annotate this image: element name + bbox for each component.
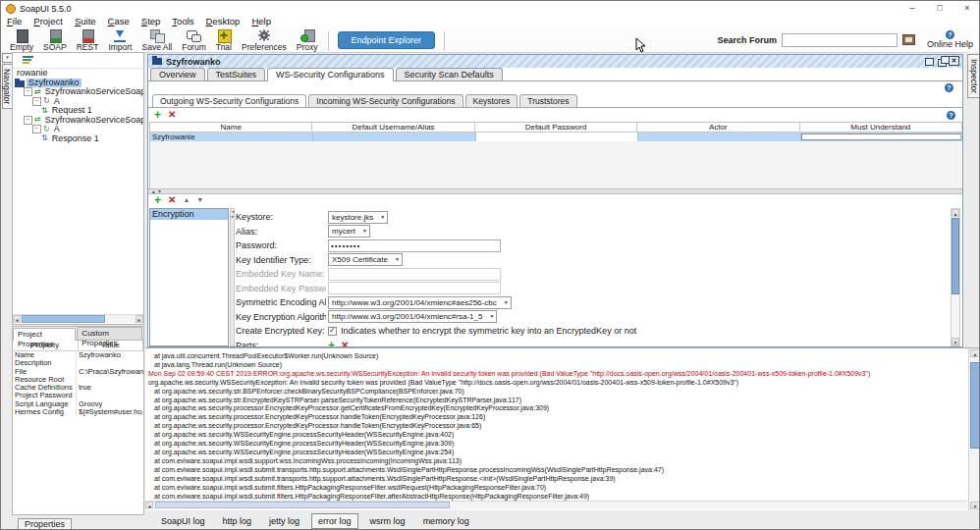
log-vertical-scrollbar[interactable]: ▲ ▼ <box>968 348 980 510</box>
splitter[interactable]: ▲▼ <box>148 188 962 194</box>
scrollbar-thumb[interactable] <box>155 502 450 508</box>
move-up-icon[interactable]: ▲ <box>183 195 190 205</box>
help-icon[interactable]: ? <box>945 83 953 92</box>
close-icon[interactable]: × <box>953 1 980 16</box>
minimize-icon[interactable]: – <box>898 1 926 16</box>
field-input-embedded-key-password[interactable] <box>328 282 501 294</box>
property-row-description[interactable]: Description <box>13 359 143 367</box>
toolbar-proxy-button[interactable]: Proxy <box>292 28 323 52</box>
subtab-keystores[interactable]: Keystores <box>465 94 518 107</box>
endpoint-explorer-button[interactable]: Endpoint Explorer <box>338 31 436 49</box>
menu-item-file[interactable]: File <box>1 16 27 27</box>
scroll-up-icon[interactable]: ▲ <box>952 209 959 217</box>
menu-item-project[interactable]: Project <box>27 16 69 27</box>
property-row-cache-definitions[interactable]: Cache Definitionstrue <box>13 384 143 392</box>
toolbar-import-button[interactable]: Import <box>103 28 136 52</box>
menu-item-tools[interactable]: Tools <box>166 16 199 27</box>
tree-expander-icon[interactable]: − <box>24 116 32 125</box>
subtab-incoming-ws-security-configurations[interactable]: Incoming WS-Security Configurations <box>308 94 463 107</box>
scrollbar-thumb[interactable] <box>22 315 105 323</box>
menu-item-suite[interactable]: Suite <box>69 16 102 27</box>
scroll-left-icon[interactable]: ◄ <box>145 502 153 508</box>
tree-expander-icon[interactable]: − <box>32 97 41 106</box>
subtab-truststores[interactable]: Truststores <box>519 94 576 107</box>
scroll-up-icon[interactable]: ▲ <box>970 349 980 357</box>
list-collapse-handle[interactable]: ◄► <box>230 208 235 346</box>
field-checkbox-create-encrypted-key[interactable] <box>328 327 337 336</box>
property-row-name[interactable]: NameSzyfrowanko <box>13 351 143 359</box>
toolbar-rest-button[interactable]: REST <box>72 28 104 52</box>
log-tab-jetty-log[interactable]: jetty log <box>263 514 305 528</box>
toolbar-forum-button[interactable]: Forum <box>177 28 211 52</box>
scroll-down-icon[interactable]: ▼ <box>952 338 959 345</box>
field-select-alias[interactable]: mycert <box>328 225 370 238</box>
field-input-embedded-key-name[interactable] <box>328 268 501 281</box>
remove-entry-icon[interactable]: ✕ <box>168 195 176 205</box>
tree-item-szyfrowankoservicesoapbinding-mocks[interactable]: −⇄SzyfrowankoServiceSoapBinding MockS <box>13 116 143 126</box>
frame-close-icon[interactable]: ✕ <box>949 56 959 66</box>
toolbar-save-all-button[interactable]: Save All <box>136 28 177 52</box>
scroll-down-icon[interactable]: ▼ <box>970 502 980 509</box>
log-tab-wsrm-log[interactable]: wsrm log <box>364 514 411 528</box>
menu-item-case[interactable]: Case <box>102 16 136 27</box>
log-tab-http-log[interactable]: http log <box>217 514 258 528</box>
tree-horizontal-scrollbar[interactable]: ◄ ► <box>13 314 143 323</box>
field-select-key-encryption-algorithm[interactable]: http://www.w3.org/2001/04/xmlenc#rsa-1_5 <box>328 310 497 323</box>
tab-ws-security-configurations[interactable]: WS-Security Configurations <box>267 68 394 81</box>
scrollbar-thumb[interactable] <box>970 362 980 449</box>
toolbar-preferences-button[interactable]: Preferences <box>237 28 292 52</box>
online-help[interactable]: ? Online Help <box>927 30 973 49</box>
search-forum-input[interactable] <box>782 33 898 47</box>
field-select-key-identifier-type[interactable]: X509 Certificate <box>328 253 403 266</box>
frame-minimize-icon[interactable] <box>924 56 935 66</box>
form-vertical-scrollbar[interactable]: ▲ ▼ <box>951 208 960 346</box>
tree-item-response-1[interactable]: ⇅Response 1 <box>13 134 143 144</box>
log-horizontal-scrollbar[interactable]: ◄ <box>145 501 967 509</box>
tree-expander-icon[interactable]: − <box>32 125 41 133</box>
menu-item-step[interactable]: Step <box>136 16 167 27</box>
subtab-outgoing-ws-security-configurations[interactable]: Outgoing WS-Security Configurations <box>152 94 306 107</box>
log-tab-error-log[interactable]: error log <box>311 513 358 529</box>
help-icon[interactable]: ? <box>947 111 955 120</box>
frame-restore-icon[interactable] <box>938 56 949 66</box>
cell-must-understand[interactable] <box>801 132 962 141</box>
properties-button[interactable]: Properties <box>18 518 72 530</box>
field-select-keystore[interactable]: keystore.jks <box>328 211 388 224</box>
property-row-script-language[interactable]: Script LanguageGroovy <box>13 400 143 408</box>
tree-item-szyfrowankoservicesoapbinding[interactable]: −⇄SzyfrowankoServiceSoapBinding <box>13 87 143 97</box>
toolbar-trial-button[interactable]: Trial <box>211 28 237 52</box>
tab-overview[interactable]: Overview <box>150 68 205 81</box>
scroll-left-icon[interactable]: ◄ <box>13 315 21 323</box>
must-understand-checkbox[interactable] <box>801 133 961 140</box>
config-table-row[interactable]: Szyfrowanie <box>150 132 962 141</box>
add-entry-icon[interactable]: + <box>154 195 161 205</box>
add-part-icon[interactable]: + <box>328 341 335 348</box>
remove-config-icon[interactable]: ✕ <box>168 110 176 120</box>
scroll-right-icon[interactable]: ► <box>136 315 143 323</box>
tab-project-properties[interactable]: Project Properties <box>13 328 76 341</box>
project-window-titlebar[interactable]: Szyfrowanko ✕ <box>148 55 962 68</box>
menu-item-desktop[interactable]: Desktop <box>200 16 246 27</box>
property-row-project-password[interactable]: Project Password <box>13 392 143 399</box>
forum-search-book-icon[interactable] <box>902 34 915 45</box>
remove-part-icon[interactable]: ✕ <box>341 341 349 348</box>
menu-item-help[interactable]: Help <box>245 16 277 27</box>
entry-encryption[interactable]: Encryption <box>150 209 228 220</box>
toolbar-empty-button[interactable]: Empty <box>5 28 38 52</box>
maximize-icon[interactable]: □ <box>926 1 953 16</box>
tab-custom-properties[interactable]: Custom Properties <box>77 327 142 340</box>
log-tab-memory-log[interactable]: memory log <box>417 514 475 528</box>
property-row-file[interactable]: FileC:\Praca\Szyfrowan... <box>13 368 143 376</box>
toolbar-soap-button[interactable]: SOAP <box>38 28 72 52</box>
scrollbar-thumb[interactable] <box>952 218 959 294</box>
tab-testsuites[interactable]: TestSuites <box>207 68 266 81</box>
tab-security-scan-defaults[interactable]: Security Scan Defaults <box>396 68 503 81</box>
add-config-icon[interactable]: + <box>154 110 161 120</box>
tree-options-icon[interactable] <box>23 56 33 65</box>
log-tab-soapui-log[interactable]: SoapUI log <box>155 514 211 528</box>
field-input-password[interactable]: •••••••• <box>328 239 501 252</box>
move-down-icon[interactable]: ▼ <box>196 195 203 205</box>
tree-expander-icon[interactable]: − <box>24 87 32 96</box>
property-row-hermes-config[interactable]: Hermes Config${#System#user.ho... <box>13 408 143 416</box>
property-row-resource-root[interactable]: Resource Root <box>13 376 143 384</box>
